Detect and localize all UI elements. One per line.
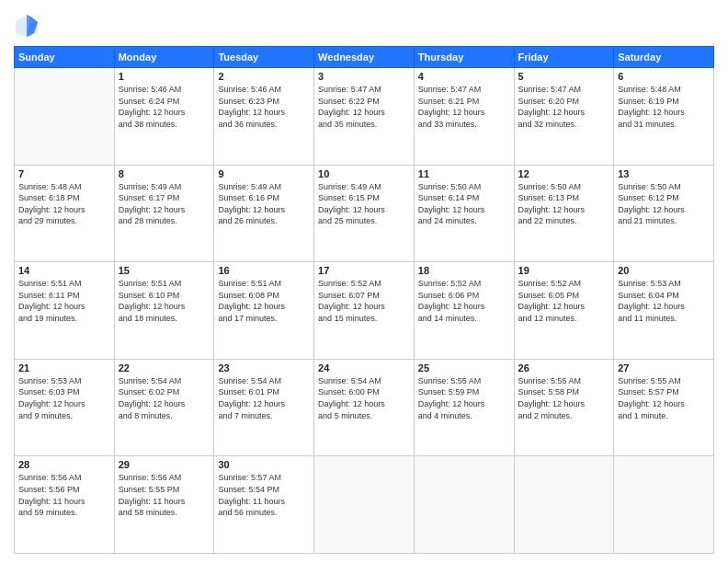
calendar-cell: 22Sunrise: 5:54 AM Sunset: 6:02 PM Dayli…: [114, 359, 214, 456]
day-number: 16: [218, 265, 310, 276]
calendar-cell: 17Sunrise: 5:52 AM Sunset: 6:07 PM Dayli…: [314, 262, 415, 360]
day-number: 25: [418, 362, 510, 373]
calendar-cell: 18Sunrise: 5:52 AM Sunset: 6:06 PM Dayli…: [414, 262, 514, 360]
day-info: Sunrise: 5:48 AM Sunset: 6:19 PM Dayligh…: [618, 84, 710, 130]
day-info: Sunrise: 5:48 AM Sunset: 6:18 PM Dayligh…: [18, 181, 110, 227]
day-info: Sunrise: 5:51 AM Sunset: 6:08 PM Dayligh…: [218, 278, 310, 324]
day-info: Sunrise: 5:52 AM Sunset: 6:07 PM Dayligh…: [318, 278, 410, 324]
day-number: 20: [618, 265, 710, 276]
day-info: Sunrise: 5:49 AM Sunset: 6:15 PM Dayligh…: [318, 181, 410, 227]
calendar-week-row: 28Sunrise: 5:56 AM Sunset: 5:56 PM Dayli…: [15, 456, 714, 554]
calendar-cell: 8Sunrise: 5:49 AM Sunset: 6:17 PM Daylig…: [114, 165, 214, 262]
day-info: Sunrise: 5:47 AM Sunset: 6:22 PM Dayligh…: [318, 84, 410, 130]
day-number: 24: [318, 362, 410, 373]
weekday-header: Saturday: [614, 47, 714, 68]
calendar-cell: 25Sunrise: 5:55 AM Sunset: 5:59 PM Dayli…: [414, 359, 514, 456]
day-number: 29: [119, 459, 210, 470]
page: SundayMondayTuesdayWednesdayThursdayFrid…: [0, 0, 728, 563]
day-info: Sunrise: 5:47 AM Sunset: 6:21 PM Dayligh…: [418, 84, 510, 130]
day-info: Sunrise: 5:54 AM Sunset: 6:01 PM Dayligh…: [218, 375, 310, 421]
day-number: 28: [18, 459, 110, 470]
day-info: Sunrise: 5:51 AM Sunset: 6:10 PM Dayligh…: [119, 278, 210, 324]
calendar-week-row: 7Sunrise: 5:48 AM Sunset: 6:18 PM Daylig…: [15, 165, 714, 262]
day-number: 9: [218, 168, 310, 179]
calendar-cell: 19Sunrise: 5:52 AM Sunset: 6:05 PM Dayli…: [514, 262, 614, 360]
day-number: 19: [518, 265, 610, 276]
calendar-cell: [314, 456, 415, 554]
weekday-header: Sunday: [15, 47, 115, 68]
day-number: 3: [318, 71, 410, 82]
day-info: Sunrise: 5:50 AM Sunset: 6:14 PM Dayligh…: [418, 181, 510, 227]
calendar-cell: [514, 456, 614, 554]
day-info: Sunrise: 5:54 AM Sunset: 6:00 PM Dayligh…: [318, 375, 410, 421]
day-info: Sunrise: 5:46 AM Sunset: 6:24 PM Dayligh…: [119, 84, 210, 130]
day-number: 8: [119, 168, 210, 179]
weekday-header: Friday: [514, 47, 614, 68]
calendar-table: SundayMondayTuesdayWednesdayThursdayFrid…: [14, 46, 714, 554]
calendar-cell: 21Sunrise: 5:53 AM Sunset: 6:03 PM Dayli…: [15, 359, 115, 456]
weekday-header: Tuesday: [214, 47, 314, 68]
day-number: 27: [618, 362, 710, 373]
calendar-cell: 9Sunrise: 5:49 AM Sunset: 6:16 PM Daylig…: [214, 165, 314, 262]
day-number: 13: [618, 168, 710, 179]
day-number: 21: [18, 362, 110, 373]
day-info: Sunrise: 5:47 AM Sunset: 6:20 PM Dayligh…: [518, 84, 610, 130]
day-number: 18: [418, 265, 510, 276]
day-info: Sunrise: 5:51 AM Sunset: 6:11 PM Dayligh…: [18, 278, 110, 324]
calendar-week-row: 1Sunrise: 5:46 AM Sunset: 6:24 PM Daylig…: [15, 68, 714, 166]
day-number: 15: [119, 265, 210, 276]
day-number: 26: [518, 362, 610, 373]
calendar-cell: 7Sunrise: 5:48 AM Sunset: 6:18 PM Daylig…: [15, 165, 115, 262]
day-info: Sunrise: 5:49 AM Sunset: 6:17 PM Dayligh…: [119, 181, 210, 227]
calendar-cell: 2Sunrise: 5:46 AM Sunset: 6:23 PM Daylig…: [214, 68, 314, 166]
calendar-cell: 20Sunrise: 5:53 AM Sunset: 6:04 PM Dayli…: [614, 262, 714, 360]
day-info: Sunrise: 5:55 AM Sunset: 5:58 PM Dayligh…: [518, 375, 610, 421]
day-number: 7: [18, 168, 110, 179]
weekday-header-row: SundayMondayTuesdayWednesdayThursdayFrid…: [15, 47, 714, 68]
day-number: 1: [119, 71, 210, 82]
calendar-week-row: 21Sunrise: 5:53 AM Sunset: 6:03 PM Dayli…: [15, 359, 714, 456]
calendar-cell: 1Sunrise: 5:46 AM Sunset: 6:24 PM Daylig…: [114, 68, 214, 166]
day-info: Sunrise: 5:55 AM Sunset: 5:57 PM Dayligh…: [618, 375, 710, 421]
calendar-cell: 6Sunrise: 5:48 AM Sunset: 6:19 PM Daylig…: [614, 68, 714, 166]
calendar-cell: 4Sunrise: 5:47 AM Sunset: 6:21 PM Daylig…: [414, 68, 514, 166]
day-info: Sunrise: 5:56 AM Sunset: 5:55 PM Dayligh…: [119, 472, 210, 518]
calendar-cell: 27Sunrise: 5:55 AM Sunset: 5:57 PM Dayli…: [614, 359, 714, 456]
day-number: 10: [318, 168, 410, 179]
weekday-header: Thursday: [414, 47, 514, 68]
calendar-cell: [614, 456, 714, 554]
day-info: Sunrise: 5:55 AM Sunset: 5:59 PM Dayligh…: [418, 375, 510, 421]
calendar-cell: 10Sunrise: 5:49 AM Sunset: 6:15 PM Dayli…: [314, 165, 415, 262]
calendar-cell: [414, 456, 514, 554]
day-info: Sunrise: 5:49 AM Sunset: 6:16 PM Dayligh…: [218, 181, 310, 227]
calendar-cell: 28Sunrise: 5:56 AM Sunset: 5:56 PM Dayli…: [15, 456, 115, 554]
calendar-cell: 30Sunrise: 5:57 AM Sunset: 5:54 PM Dayli…: [214, 456, 314, 554]
day-info: Sunrise: 5:54 AM Sunset: 6:02 PM Dayligh…: [119, 375, 210, 421]
header: [14, 9, 714, 39]
weekday-header: Monday: [114, 47, 214, 68]
day-info: Sunrise: 5:52 AM Sunset: 6:06 PM Dayligh…: [418, 278, 510, 324]
day-info: Sunrise: 5:46 AM Sunset: 6:23 PM Dayligh…: [218, 84, 310, 130]
calendar-cell: 24Sunrise: 5:54 AM Sunset: 6:00 PM Dayli…: [314, 359, 415, 456]
calendar-cell: [15, 68, 115, 166]
calendar-cell: 12Sunrise: 5:50 AM Sunset: 6:13 PM Dayli…: [514, 165, 614, 262]
day-info: Sunrise: 5:52 AM Sunset: 6:05 PM Dayligh…: [518, 278, 610, 324]
calendar-week-row: 14Sunrise: 5:51 AM Sunset: 6:11 PM Dayli…: [15, 262, 714, 360]
calendar-cell: 11Sunrise: 5:50 AM Sunset: 6:14 PM Dayli…: [414, 165, 514, 262]
calendar-cell: 13Sunrise: 5:50 AM Sunset: 6:12 PM Dayli…: [614, 165, 714, 262]
day-info: Sunrise: 5:56 AM Sunset: 5:56 PM Dayligh…: [18, 472, 110, 518]
day-info: Sunrise: 5:53 AM Sunset: 6:03 PM Dayligh…: [18, 375, 110, 421]
calendar-cell: 29Sunrise: 5:56 AM Sunset: 5:55 PM Dayli…: [114, 456, 214, 554]
logo: [14, 13, 43, 39]
day-number: 22: [119, 362, 210, 373]
calendar-cell: 26Sunrise: 5:55 AM Sunset: 5:58 PM Dayli…: [514, 359, 614, 456]
calendar-cell: 3Sunrise: 5:47 AM Sunset: 6:22 PM Daylig…: [314, 68, 415, 166]
day-number: 6: [618, 71, 710, 82]
day-info: Sunrise: 5:57 AM Sunset: 5:54 PM Dayligh…: [218, 472, 310, 518]
logo-icon: [14, 13, 40, 39]
day-number: 2: [218, 71, 310, 82]
day-number: 23: [218, 362, 310, 373]
day-number: 12: [518, 168, 610, 179]
calendar-cell: 14Sunrise: 5:51 AM Sunset: 6:11 PM Dayli…: [15, 262, 115, 360]
day-number: 14: [18, 265, 110, 276]
